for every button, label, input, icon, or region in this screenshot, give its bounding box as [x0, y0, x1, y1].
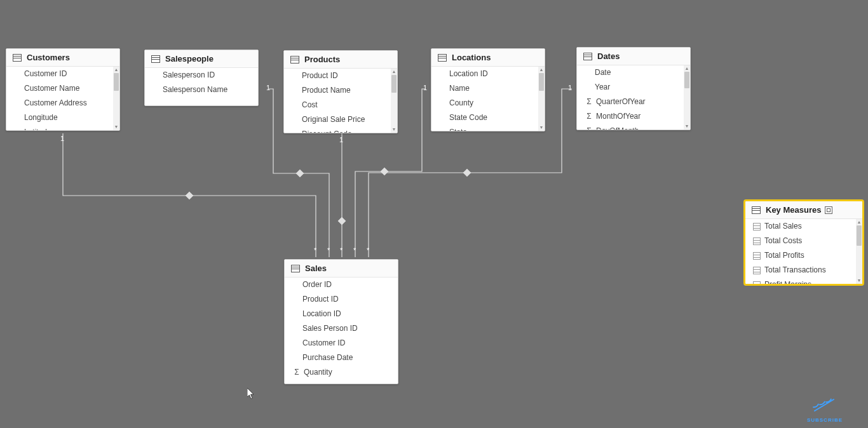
- sigma-icon: Σ: [585, 110, 593, 123]
- scrollbar-thumb[interactable]: [114, 73, 119, 91]
- field-label: Total Sales: [764, 220, 802, 232]
- table-products[interactable]: Products Product ID Product Name Cost Or…: [283, 50, 398, 133]
- field-row[interactable]: ΣDayOfMonth: [577, 124, 690, 130]
- cardinality-many-2: *: [327, 246, 330, 254]
- table-icon: [752, 206, 761, 214]
- field-row[interactable]: Customer Address: [6, 96, 119, 110]
- field-row[interactable]: ΣQuarterOfYear: [577, 95, 690, 109]
- field-row[interactable]: Total Sales: [745, 219, 862, 234]
- scroll-up-icon[interactable]: ▲: [538, 67, 545, 73]
- field-row[interactable]: Latitude: [6, 125, 119, 130]
- table-salespeople[interactable]: Salespeople Salesperson ID Salesperson N…: [144, 50, 259, 106]
- field-row[interactable]: Product ID: [285, 292, 398, 307]
- scroll-up-icon[interactable]: ▲: [391, 69, 397, 75]
- field-row[interactable]: Cost: [284, 98, 397, 112]
- field-row[interactable]: County: [431, 96, 545, 110]
- field-label: Location ID: [302, 308, 341, 320]
- subscribe-label: SUBSCRIBE: [807, 417, 843, 423]
- field-row[interactable]: Total Costs: [745, 234, 862, 248]
- field-label: Purchase Date: [302, 352, 353, 364]
- table-header-salespeople[interactable]: Salespeople: [145, 50, 258, 68]
- field-label: Product Name: [302, 84, 351, 97]
- field-row[interactable]: Customer ID: [6, 67, 119, 81]
- field-label: QuarterOfYear: [596, 96, 646, 108]
- table-header-dates[interactable]: Dates: [577, 48, 690, 65]
- scroll-down-icon[interactable]: ▼: [856, 278, 862, 284]
- field-row[interactable]: Original Sale Price: [284, 112, 397, 127]
- field-list: Salesperson ID Salesperson Name: [145, 68, 258, 105]
- table-sales[interactable]: Sales Order ID Product ID Location ID Sa…: [284, 259, 398, 384]
- field-label: Quantity: [304, 366, 332, 378]
- table-header-sales[interactable]: Sales: [285, 260, 398, 278]
- field-label: Original Sale Price: [302, 114, 365, 126]
- scroll-down-icon[interactable]: ▼: [391, 126, 397, 133]
- field-row[interactable]: State: [431, 125, 545, 131]
- field-row[interactable]: Name: [431, 81, 545, 96]
- field-row[interactable]: Customer Name: [6, 81, 119, 96]
- cardinality-one-customers: 1: [60, 135, 64, 142]
- field-label: Discount Code: [302, 128, 352, 133]
- field-row[interactable]: Longitude: [6, 110, 119, 125]
- field-row[interactable]: Total Transactions: [745, 263, 862, 278]
- subscribe-watermark: SUBSCRIBE: [807, 397, 843, 423]
- field-label: Location ID: [449, 68, 488, 80]
- field-row[interactable]: Location ID: [285, 307, 398, 321]
- field-label: Customer Address: [24, 97, 87, 109]
- field-label: Salesperson ID: [163, 69, 215, 81]
- field-row[interactable]: Customer ID: [285, 336, 398, 351]
- scrollbar[interactable]: ▲ ▼: [391, 69, 397, 133]
- table-header-key-measures[interactable]: Key Measures: [745, 201, 862, 219]
- field-row[interactable]: Product Name: [284, 83, 397, 98]
- scrollbar[interactable]: ▲ ▼: [684, 65, 690, 130]
- field-row[interactable]: Order ID: [285, 278, 398, 292]
- field-row[interactable]: Product ID: [284, 69, 397, 83]
- table-header-customers[interactable]: Customers: [6, 49, 119, 67]
- scroll-down-icon[interactable]: ▼: [113, 124, 119, 130]
- field-list: Location ID Name County State Code State…: [431, 67, 545, 131]
- field-row[interactable]: Purchase Date: [285, 351, 398, 365]
- table-title: Locations: [452, 53, 491, 62]
- table-icon: [438, 54, 447, 62]
- table-dates[interactable]: Dates Date Year ΣQuarterOfYear ΣMonthOfY…: [576, 47, 691, 130]
- scroll-up-icon[interactable]: ▲: [856, 219, 862, 225]
- field-label: Name: [449, 83, 470, 95]
- table-key-measures[interactable]: Key Measures Total Sales Total Costs Tot…: [745, 201, 863, 284]
- table-customers[interactable]: Customers Customer ID Customer Name Cust…: [6, 48, 120, 131]
- scroll-down-icon[interactable]: ▼: [684, 123, 690, 130]
- table-icon: [583, 53, 592, 60]
- cardinality-many-1: *: [314, 246, 316, 254]
- sigma-icon: Σ: [292, 366, 301, 378]
- field-row[interactable]: Salesperson ID: [145, 68, 258, 83]
- table-header-locations[interactable]: Locations: [431, 49, 545, 67]
- table-title: Customers: [27, 53, 70, 62]
- field-row[interactable]: Profit Margins: [745, 278, 862, 284]
- scrollbar[interactable]: ▲ ▼: [538, 67, 545, 131]
- field-list: Total Sales Total Costs Total Profits To…: [745, 219, 862, 284]
- field-row[interactable]: Year: [577, 80, 690, 95]
- table-locations[interactable]: Locations Location ID Name County State …: [431, 48, 545, 131]
- field-list: Product ID Product Name Cost Original Sa…: [284, 69, 397, 133]
- field-row[interactable]: State Code: [431, 110, 545, 125]
- field-row[interactable]: ΣQuantity: [285, 365, 398, 380]
- field-row[interactable]: Sales Person ID: [285, 321, 398, 336]
- scrollbar[interactable]: ▲ ▼: [113, 67, 119, 130]
- scrollbar-thumb[interactable]: [857, 225, 862, 246]
- field-row[interactable]: Salesperson Name: [145, 83, 258, 97]
- field-row[interactable]: Discount Code: [284, 127, 397, 133]
- field-row[interactable]: Location ID: [431, 67, 545, 81]
- field-row[interactable]: ΣMonthOfYear: [577, 109, 690, 124]
- scrollbar[interactable]: ▲ ▼: [856, 219, 862, 284]
- scrollbar-thumb[interactable]: [391, 75, 397, 93]
- field-label: Total Transactions: [764, 264, 826, 276]
- scrollbar-thumb[interactable]: [539, 73, 544, 91]
- field-label: Latitude: [24, 126, 51, 130]
- field-label: Product ID: [302, 293, 339, 305]
- field-row[interactable]: Date: [577, 65, 690, 80]
- scroll-up-icon[interactable]: ▲: [113, 67, 119, 73]
- scrollbar-thumb[interactable]: [684, 72, 689, 88]
- field-row[interactable]: Total Profits: [745, 248, 862, 263]
- scroll-up-icon[interactable]: ▲: [684, 65, 690, 72]
- field-label: Year: [595, 81, 610, 93]
- table-header-products[interactable]: Products: [284, 51, 397, 69]
- scroll-down-icon[interactable]: ▼: [538, 124, 545, 131]
